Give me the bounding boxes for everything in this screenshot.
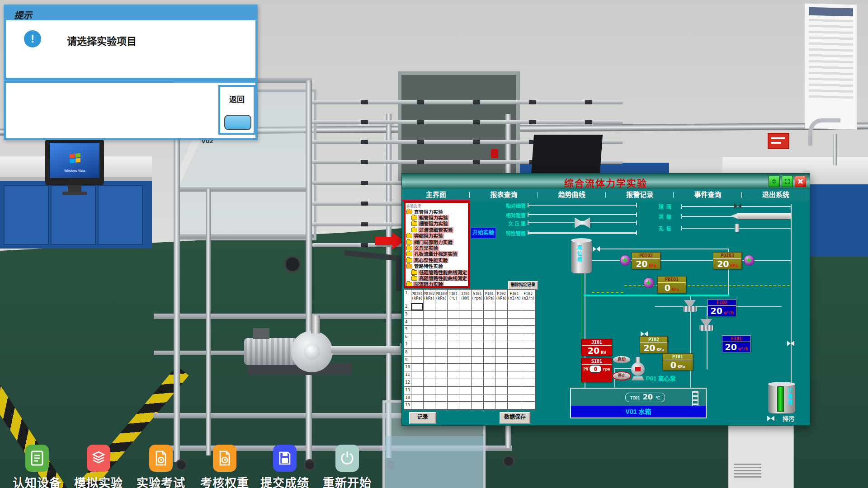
table-cell[interactable] bbox=[459, 387, 472, 394]
table-cell[interactable] bbox=[459, 341, 472, 349]
table-cell[interactable] bbox=[424, 341, 436, 349]
table-cell[interactable] bbox=[521, 341, 535, 349]
table-cell[interactable] bbox=[508, 379, 522, 387]
table-cell[interactable] bbox=[472, 364, 484, 371]
table-cell[interactable] bbox=[521, 394, 535, 402]
tree-item-sudden-contraction-resistance[interactable]: 突缩阻力实验 bbox=[406, 233, 468, 239]
restore-icon[interactable] bbox=[769, 176, 780, 187]
table-cell[interactable] bbox=[495, 326, 508, 333]
table-cell[interactable] bbox=[424, 326, 436, 333]
tree-item-orifice-flowmeter-calibration[interactable]: 孔板流量计标定实验 bbox=[406, 251, 468, 257]
table-cell[interactable] bbox=[411, 364, 424, 371]
table-cell[interactable] bbox=[508, 402, 522, 409]
table-cell[interactable] bbox=[472, 387, 484, 394]
table-cell[interactable] bbox=[448, 387, 460, 394]
return-button[interactable] bbox=[224, 115, 251, 130]
table-cell[interactable] bbox=[459, 349, 472, 357]
table-cell[interactable] bbox=[495, 357, 508, 364]
table-cell[interactable] bbox=[484, 357, 496, 364]
table-cell[interactable] bbox=[435, 357, 448, 364]
save-data-button[interactable]: 数据保存 bbox=[500, 412, 530, 424]
pump-icon[interactable] bbox=[630, 357, 646, 380]
table-cell[interactable] bbox=[521, 387, 535, 394]
start-experiment-button[interactable]: 开始实验 bbox=[471, 227, 496, 239]
table-cell[interactable] bbox=[448, 326, 460, 333]
toolbar-item-simulate-experiment[interactable]: 模拟实验 bbox=[67, 445, 130, 488]
table-cell[interactable] bbox=[521, 311, 535, 319]
tree-item-laminar-flow-resistance[interactable]: 层流阻力实验 bbox=[406, 282, 468, 287]
tree-item-transition-flow-fine-pipe[interactable]: 过渡流细管实验 bbox=[406, 227, 468, 233]
tab-main-screen[interactable]: 主界面 bbox=[402, 189, 470, 201]
table-cell[interactable] bbox=[472, 311, 484, 319]
table-cell[interactable] bbox=[424, 364, 436, 371]
table-cell[interactable] bbox=[495, 364, 508, 371]
table-cell[interactable] bbox=[435, 364, 448, 371]
tab-trend-curve[interactable]: 趋势曲线 bbox=[538, 189, 606, 201]
table-cell[interactable] bbox=[424, 357, 436, 364]
table-cell[interactable] bbox=[448, 319, 460, 326]
table-cell[interactable] bbox=[484, 341, 496, 349]
tab-report-query[interactable]: 报表查询 bbox=[470, 189, 538, 201]
table-cell[interactable] bbox=[472, 319, 484, 326]
table-cell[interactable] bbox=[495, 333, 508, 341]
table-cell[interactable] bbox=[435, 341, 448, 349]
table-cell[interactable] bbox=[472, 303, 484, 311]
tree-item-straight-pipe-resistance[interactable]: 直管阻力实验 bbox=[406, 209, 468, 215]
tree-item-high-resistance-pipeline-curve[interactable]: 高阻管路性能曲线测定 bbox=[406, 275, 468, 281]
table-cell[interactable] bbox=[472, 379, 484, 387]
tab-exit-system[interactable]: 退出系统 bbox=[742, 189, 810, 201]
table-cell[interactable] bbox=[448, 303, 460, 311]
table-cell[interactable] bbox=[448, 394, 460, 402]
table-cell[interactable] bbox=[424, 387, 436, 394]
table-cell[interactable] bbox=[495, 319, 508, 326]
table-cell[interactable] bbox=[508, 364, 522, 371]
table-cell[interactable] bbox=[459, 319, 472, 326]
table-cell[interactable] bbox=[435, 349, 448, 357]
table-cell[interactable] bbox=[411, 379, 424, 387]
toolbar-item-restart[interactable]: 重新开始 bbox=[316, 445, 379, 488]
table-cell[interactable] bbox=[448, 402, 460, 409]
table-cell[interactable] bbox=[435, 303, 448, 311]
table-cell[interactable] bbox=[508, 311, 522, 319]
table-cell[interactable] bbox=[472, 333, 484, 341]
table-cell[interactable] bbox=[521, 349, 535, 357]
table-cell[interactable] bbox=[472, 357, 484, 364]
table-cell[interactable] bbox=[411, 326, 424, 333]
table-cell[interactable] bbox=[484, 349, 496, 357]
table-cell[interactable] bbox=[411, 341, 424, 349]
table-cell[interactable] bbox=[435, 326, 448, 333]
toolbar-item-submit-score[interactable]: 提交成绩 bbox=[253, 445, 316, 488]
table-cell[interactable] bbox=[495, 371, 508, 379]
table-cell[interactable] bbox=[435, 319, 448, 326]
tree-item-valve-local-resistance[interactable]: 阀门局部阻力实验 bbox=[406, 239, 468, 245]
table-cell[interactable] bbox=[484, 319, 496, 326]
table-cell[interactable] bbox=[521, 319, 535, 326]
table-cell[interactable] bbox=[424, 303, 436, 311]
table-cell[interactable] bbox=[411, 402, 424, 409]
table-cell[interactable] bbox=[495, 394, 508, 402]
table-cell[interactable] bbox=[435, 333, 448, 341]
table-cell[interactable] bbox=[495, 387, 508, 394]
table-cell[interactable] bbox=[411, 371, 424, 379]
table-cell[interactable] bbox=[508, 394, 522, 402]
table-cell[interactable] bbox=[472, 326, 484, 333]
pump-start-button[interactable]: 启动 bbox=[613, 356, 630, 363]
table-cell[interactable] bbox=[424, 402, 436, 409]
table-cell[interactable] bbox=[459, 371, 472, 379]
table-cell[interactable] bbox=[459, 333, 472, 341]
table-cell[interactable] bbox=[424, 319, 436, 326]
table-cell[interactable] bbox=[521, 357, 535, 364]
table-cell[interactable] bbox=[521, 326, 535, 333]
pump-stop-button[interactable]: 停止 bbox=[613, 372, 630, 380]
delete-record-button[interactable]: 删除指定记录 bbox=[508, 281, 538, 290]
table-cell[interactable] bbox=[495, 379, 508, 387]
tree-item-low-resistance-pipeline-curve[interactable]: 低阻管路性能曲线测定 bbox=[406, 269, 468, 275]
table-cell[interactable] bbox=[521, 303, 535, 311]
table-cell[interactable] bbox=[448, 371, 460, 379]
table-cell[interactable] bbox=[448, 333, 460, 341]
table-cell[interactable] bbox=[484, 402, 496, 409]
table-cell[interactable] bbox=[459, 402, 472, 409]
table-cell[interactable] bbox=[484, 394, 496, 402]
tab-event-query[interactable]: 事件查询 bbox=[674, 189, 741, 201]
maximize-icon[interactable] bbox=[782, 176, 793, 187]
